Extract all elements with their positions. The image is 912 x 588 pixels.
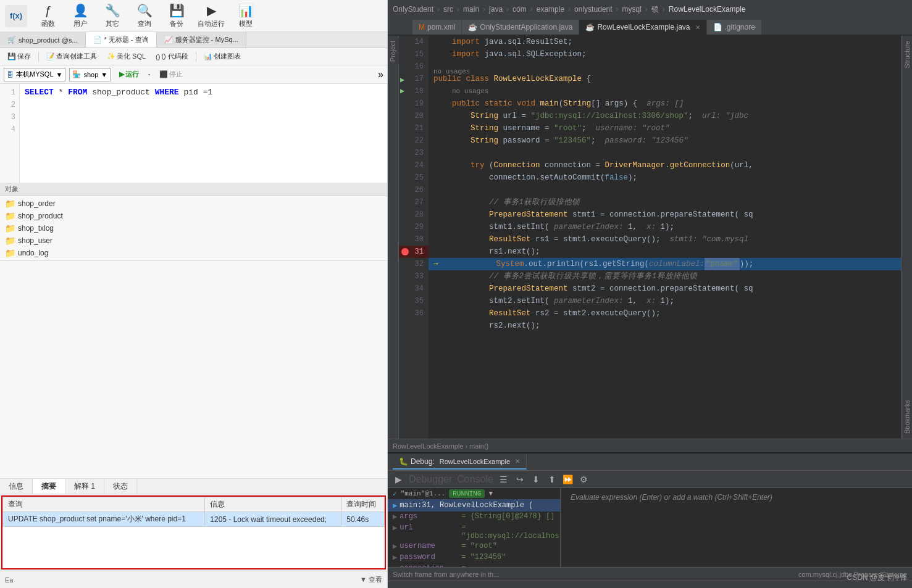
gutter-36: 36 [399,307,429,320]
divider-1 [38,52,39,62]
console-label: Console [457,474,493,485]
chart-icon: 📊 [204,52,212,60]
gutter-19: 19 [399,97,429,110]
frame-icon: ▶ [393,501,397,510]
running-badge: RUNNING [449,489,485,498]
gutter-17: ▶ 17 [399,73,429,85]
tab-explain[interactable]: 解释 1 [65,479,104,494]
tree-undo-log[interactable]: 📁 undo_log [0,247,387,259]
expand-args[interactable]: ▶ [393,512,397,521]
create-query-button[interactable]: 📝 查询创建工具 [43,51,101,62]
tab-shop-product[interactable]: 🛒 shop_product @s... [0,32,86,48]
debug-run-cursor[interactable]: ⏩ [561,473,575,486]
tab-untitled-query[interactable]: 📄 * 无标题 - 查询 [86,32,157,48]
sql-content[interactable]: SELECT * FROM shop_product WHERE pid =1 [20,84,387,183]
rowlock-icon: ☕ [585,23,595,31]
debug-hscroll[interactable] [388,581,912,588]
bookmarks-label[interactable]: Bookmarks [902,395,912,439]
right-panel: OnlyStudent › src › main › java › com › … [388,0,912,588]
menu-users[interactable]: 👤 用户 [69,3,91,28]
menu-backup[interactable]: 💾 备份 [165,3,188,28]
debug-statusbar: Switch frame from anywhere in th... com.… [388,567,912,581]
debug-step-into[interactable]: ⬇ [529,473,543,486]
gutter-14: 14 [399,36,429,48]
sql-editor[interactable]: 1 2 3 4 SELECT * FROM shop_product WHERE… [0,84,387,183]
shop-product-icon: 🛒 [7,36,16,44]
menu-other[interactable]: 🔧 其它 [101,3,123,28]
debug-var-url: ▶ url = "jdbc:mysql://localhost:3306/sho… [388,523,560,541]
tab-status[interactable]: 状态 [104,479,137,494]
debug-layout-btn[interactable]: ☰ [497,473,511,486]
tab-app-java[interactable]: ☕ OnlyStudentApplication.java [462,20,579,35]
ide-titlebar: OnlyStudent › src › main › java › com › … [388,0,912,19]
debug-tab-close[interactable]: ✕ [515,458,520,465]
code-gutter: 14 15 16 ▶ 17 ▶ 18 19 20 21 22 23 24 25 … [399,36,429,439]
structure-label[interactable]: Structure [902,36,912,73]
run-button[interactable]: ▶ 运行 [114,68,144,80]
col-info: 信息 [205,497,341,512]
beautify-sql-button[interactable]: ✨ 美化 SQL [103,51,149,62]
code-line-18: no usages [429,85,901,97]
tab-pom-xml[interactable]: M pom.xml [412,20,462,35]
menu-autorun[interactable]: ▶ 自动运行 [198,3,225,28]
debug-step-out[interactable]: ⬆ [545,473,559,486]
tab-rowlock-close[interactable]: ✕ [695,24,700,31]
menu-functions[interactable]: ƒ 函数 [37,4,59,28]
debug-toolbar: ▶ Debugger Console ☰ ↪ ⬇ ⬆ ⏩ ⚙ [388,471,912,488]
project-label[interactable]: Project [388,38,399,64]
code-line-19: String url = "jdbc:mysql://localhost:330… [429,110,901,122]
breadcrumb-onlystudent: onlystudent [574,5,612,14]
folder-icon-undolog: 📁 [5,248,15,258]
tab-gitignore[interactable]: 📄 .gitignore [707,20,762,35]
folder-icon-user: 📁 [5,236,15,246]
save-icon: 💾 [7,52,16,60]
folder-icon-txlog: 📁 [5,223,15,233]
breadcrumb-app: OnlyStudent [393,5,433,14]
code-line-27: PreparedStatement stmt1 = connection.pre… [429,209,901,221]
breadcrumb-main: main [463,5,479,14]
host-select[interactable]: 🗄 本机MYSQL ▼ [4,68,65,81]
tree-shop-product[interactable]: 📁 shop_product [0,210,387,222]
codegen-button[interactable]: () () 代码段 [152,51,192,62]
tab-rowlock-java[interactable]: ☕ RowLevelLockExample.java ✕ [579,20,706,35]
functions-icon: ƒ [44,4,51,18]
debug-step-over[interactable]: ↪ [513,473,527,486]
editor-spacer [0,261,387,478]
tree-shop-user[interactable]: 📁 shop_user [0,234,387,247]
debug-tab-main[interactable]: 🐛 Debug: RowLevelLockExample ✕ [393,455,527,470]
gutter-29: 29 [399,221,429,233]
csdn-watermark: CSDN @皮卡冲锋 [847,573,907,583]
bottom-tabs: 信息 摘要 解释 1 状态 [0,478,387,494]
expand-username[interactable]: ▶ [393,542,397,551]
tab-info[interactable]: 信息 [0,479,33,494]
gutter-33: 33 [399,270,429,283]
menu-model[interactable]: 📊 模型 [235,3,257,28]
code-line-31: → System.out.println(rs1.getString( colu… [429,258,901,270]
debug-settings[interactable]: ⚙ [577,473,591,486]
gutter-34: 34 [399,283,429,295]
create-chart-button[interactable]: 📊 创建图表 [200,51,245,62]
debug-frames-panel: ✓ "main"@1... RUNNING ▼ ▶ main:31, RowLe… [388,488,561,567]
tree-shop-txlog[interactable]: 📁 shop_txlog [0,222,387,234]
gutter-32: 32 [399,258,429,270]
debug-tabs: 🐛 Debug: RowLevelLockExample ✕ [388,453,912,471]
tree-shop-order[interactable]: 📁 shop_order [0,197,387,210]
save-button[interactable]: 💾 保存 [4,51,35,62]
debug-resume-btn[interactable]: ▶ [391,473,405,486]
code-line-17: no usages public class RowLevelLockExamp… [429,73,901,85]
db-select[interactable]: 🏪 shop ▼ [69,68,111,81]
breadcrumb-src: src [443,5,453,14]
tab-server-monitor[interactable]: 📈 服务器监控 - MySq... [157,32,246,48]
stop-button[interactable]: ⬛ 停止 [154,68,188,80]
menu-query[interactable]: 🔍 查询 [133,3,156,28]
results-area: 查询 信息 查询时间 UPDATE shop_product set pname… [1,495,386,569]
code-content[interactable]: import java.sql.ResultSet; import java.s… [429,36,901,439]
more-icon: » [378,69,383,80]
debug-var-args: ▶ args = {String[0]@2478} [] [388,511,560,523]
debug-frame-main[interactable]: ▶ main:31, RowLevelLockExample ( [388,499,560,511]
expand-password[interactable]: ▶ [393,553,397,562]
tab-summary[interactable]: 摘要 [33,479,65,494]
result-row-1[interactable]: UPDATE shop_product set pname='小米' where… [3,512,385,527]
stop-icon: ⬛ [159,70,168,78]
expand-url[interactable]: ▶ [393,523,397,532]
